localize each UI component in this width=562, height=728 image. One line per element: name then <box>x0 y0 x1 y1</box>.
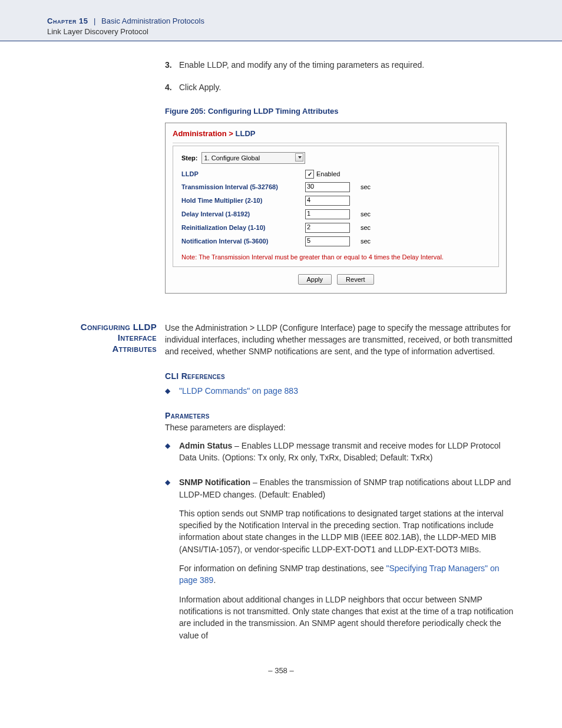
figure-panel: Administration > LLDP Step: 1. Configure… <box>165 123 507 294</box>
admin-status-item: Admin Status – Enables LLDP message tran… <box>179 440 515 471</box>
section-intro: Use the Administration > LLDP (Configure… <box>165 322 515 358</box>
form-note: Note: The Transmission Interval must be … <box>181 253 490 261</box>
bullet-icon: ◆ <box>165 385 179 397</box>
cli-references-heading: CLI References <box>165 370 515 382</box>
step-label: Step: <box>181 154 198 162</box>
step-3: 3. Enable LLDP, and modify any of the ti… <box>165 59 515 71</box>
page-number: – 358 – <box>47 666 515 675</box>
snmp-notification-item: SNMP Notification – Enables the transmis… <box>179 476 515 648</box>
side-title-line2: Interface <box>118 332 157 342</box>
step-select[interactable]: 1. Configure Global <box>201 152 305 164</box>
step-number: 4. <box>165 81 179 93</box>
lldp-enabled-checkbox[interactable]: ✓ <box>305 170 314 179</box>
page-header: Chapter 15 | Basic Administration Protoc… <box>0 0 562 41</box>
separator: | <box>94 17 95 25</box>
transmission-interval-input[interactable]: 30 <box>305 182 350 192</box>
snmp-paragraph-2: This option sends out SNMP trap notifica… <box>179 508 515 555</box>
section-side-title: Configuring LLDP Interface Attributes <box>47 322 157 648</box>
snmp-notification-label: SNMP Notification <box>179 477 250 487</box>
bullet-icon: ◆ <box>165 476 179 648</box>
enabled-text: Enabled <box>316 170 340 177</box>
hold-time-multiplier-label: Hold Time Multiplier (2-10) <box>181 197 305 204</box>
snmp-paragraph-3: For information on defining SNMP trap de… <box>179 562 515 587</box>
breadcrumb-leaf: LLDP <box>233 129 256 138</box>
transmission-interval-label: Transmission Interval (5-32768) <box>181 183 305 190</box>
step-4: 4. Click Apply. <box>165 81 515 93</box>
reinit-delay-label: Reinitialization Delay (1-10) <box>181 224 305 231</box>
bullet-icon: ◆ <box>165 440 179 471</box>
figure-caption: Figure 205: Configuring LLDP Timing Attr… <box>165 107 515 116</box>
unit-sec: sec <box>361 224 371 231</box>
notification-interval-input[interactable]: 5 <box>305 236 350 246</box>
delay-interval-input[interactable]: 1 <box>305 209 350 219</box>
admin-status-label: Admin Status <box>179 441 232 450</box>
subsection-title: Link Layer Discovery Protocol <box>47 27 515 36</box>
chevron-down-icon <box>298 156 302 159</box>
apply-button[interactable]: Apply <box>298 274 332 285</box>
step-text: Click Apply. <box>179 81 221 93</box>
step-text: Enable LLDP, and modify any of the timin… <box>179 59 424 71</box>
hold-time-multiplier-input[interactable]: 4 <box>305 196 350 206</box>
step-select-value: 1. Configure Global <box>204 154 260 162</box>
section-body: Use the Administration > LLDP (Configure… <box>165 322 515 648</box>
delay-interval-label: Delay Interval (1-8192) <box>181 210 305 218</box>
snmp-paragraph-4: Information about additional changes in … <box>179 594 515 641</box>
revert-button[interactable]: Revert <box>337 274 373 285</box>
chapter-label: Chapter 15 <box>47 17 88 25</box>
breadcrumb-root: Administration > <box>173 129 233 138</box>
notification-interval-label: Notification Interval (5-3600) <box>181 238 305 245</box>
cli-commands-link[interactable]: "LLDP Commands" on page 883 <box>179 386 298 396</box>
side-title-line1: Configuring LLDP <box>81 322 157 332</box>
config-form: Step: 1. Configure Global LLDP ✓ Enabled… <box>173 146 499 267</box>
parameters-heading: Parameters <box>165 410 515 421</box>
unit-sec: sec <box>361 210 371 218</box>
unit-sec: sec <box>361 238 371 245</box>
reinit-delay-input[interactable]: 2 <box>305 223 350 233</box>
breadcrumb: Administration > LLDP <box>173 128 499 143</box>
unit-sec: sec <box>361 183 371 190</box>
parameters-intro: These parameters are displayed: <box>165 421 515 433</box>
side-title-line3: Attributes <box>112 344 157 354</box>
step-number: 3. <box>165 59 179 71</box>
section-title: Basic Administration Protocols <box>101 17 204 25</box>
lldp-label: LLDP <box>181 170 305 177</box>
